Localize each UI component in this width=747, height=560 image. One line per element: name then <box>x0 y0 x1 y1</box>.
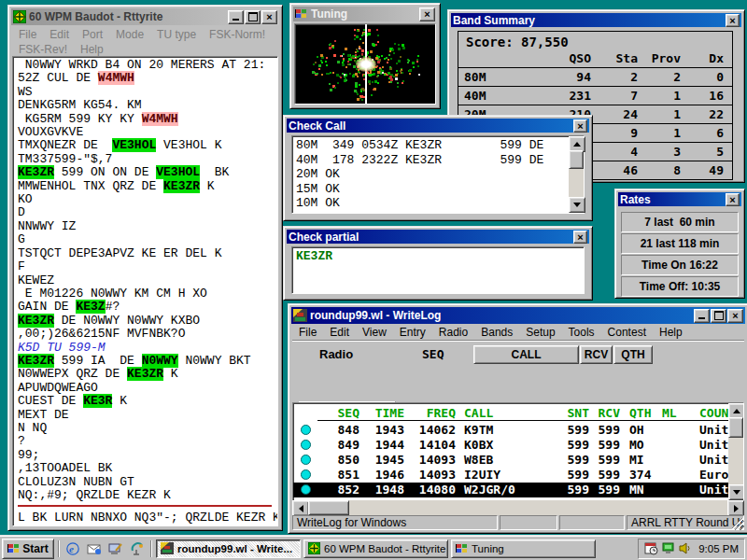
menu-file[interactable]: File <box>12 27 43 42</box>
outlook-icon[interactable] <box>85 539 104 558</box>
ie-icon[interactable]: e <box>63 539 82 558</box>
qth-column-button[interactable]: QTH <box>613 345 653 364</box>
column-header-freq[interactable]: FREQ <box>404 406 456 420</box>
column-header-call[interactable]: CALL <box>456 406 563 420</box>
menu-fsk-norm[interactable]: FSK-Norm! <box>203 27 272 42</box>
terminal-text: BK <box>200 165 229 179</box>
writelog-titlebar[interactable]: roundup99.wl - WriteLog × <box>291 307 745 324</box>
log-grid-scrollbar[interactable] <box>728 403 743 500</box>
cell-rcv: 599 <box>589 438 620 452</box>
scroll-thumb[interactable] <box>569 150 584 169</box>
scroll-down-button[interactable] <box>569 197 585 213</box>
menu-entry[interactable]: Entry <box>393 325 432 340</box>
network-icon[interactable] <box>661 541 675 555</box>
band-summary-titlebar[interactable]: Band Summary × <box>451 13 741 27</box>
minimize-button[interactable] <box>228 10 244 24</box>
noise-pixel <box>409 69 412 72</box>
menu-help[interactable]: Help <box>653 325 689 340</box>
noise-pixel <box>345 79 347 81</box>
system-tray: 9:05 PM <box>638 539 745 559</box>
menu-tools[interactable]: Tools <box>562 325 601 340</box>
task-button-roundup99-wl-write[interactable]: roundup99.wl - Write... <box>156 539 301 558</box>
log-row[interactable]: 852194814080W2JGR/0599599MNUnit <box>293 483 743 497</box>
scroll-down-button[interactable] <box>728 484 744 500</box>
noise-pixel <box>334 87 336 89</box>
scroll-thumb[interactable] <box>308 500 349 515</box>
rttyrite-titlebar[interactable]: 60 WPM Baudot - Rttyrite × <box>11 8 279 25</box>
close-button[interactable]: × <box>726 193 740 206</box>
column-header-snt[interactable]: SNT <box>563 406 589 420</box>
tuning-titlebar[interactable]: Tuning × <box>293 7 437 21</box>
close-button[interactable]: × <box>727 309 743 323</box>
menu-edit[interactable]: Edit <box>43 27 76 42</box>
taskbar-clock[interactable]: 9:05 PM <box>698 543 739 554</box>
column-header-qth[interactable]: QTH <box>620 406 662 420</box>
show-desktop-icon[interactable] <box>106 539 125 558</box>
noise-pixel <box>343 53 345 55</box>
state-count: 46 <box>591 163 638 177</box>
scroll-thumb[interactable] <box>728 417 743 438</box>
menu-setup[interactable]: Setup <box>519 325 561 340</box>
check-call-titlebar[interactable]: Check Call × <box>287 119 589 133</box>
menu-bands[interactable]: Bands <box>474 325 519 340</box>
menu-mode[interactable]: Mode <box>109 27 150 42</box>
task-button-tuning[interactable]: Tuning <box>451 539 596 558</box>
menu-help[interactable]: Help <box>74 42 110 57</box>
column-header-rcv[interactable]: RCV <box>589 406 620 420</box>
log-row[interactable]: 851194614093I2UIY599599374Euro <box>293 468 743 483</box>
resize-grip[interactable] <box>732 518 744 530</box>
scroll-left-button[interactable] <box>292 500 309 516</box>
status-panel-empty-2 <box>559 515 625 530</box>
terminal-output: N0WWY WRKD B4 ON 20 MERERS AT 21:52Z CUL… <box>18 59 277 502</box>
menu-port[interactable]: Port <box>76 27 109 42</box>
maximize-button[interactable] <box>245 10 261 24</box>
noise-pixel <box>377 75 379 77</box>
column-header-seq[interactable]: SEQ <box>317 406 359 420</box>
callsign-highlight: KE3R <box>83 394 112 408</box>
menu-edit[interactable]: Edit <box>323 325 356 340</box>
tuning-signal-glow <box>356 57 376 72</box>
start-button[interactable]: Start <box>2 539 54 559</box>
tuning-display[interactable] <box>294 23 436 105</box>
menu-tu-type[interactable]: TU type <box>150 27 203 42</box>
noise-pixel <box>340 55 342 57</box>
menu-view[interactable]: View <box>356 325 393 340</box>
task-button-60-wpm-baudot-rttyrite[interactable]: 60 WPM Baudot - Rttyrite <box>303 539 448 558</box>
close-button[interactable]: × <box>573 119 587 133</box>
channels-icon[interactable] <box>128 539 147 558</box>
scroll-right-button[interactable] <box>727 500 744 516</box>
log-horizontal-scrollbar[interactable] <box>292 500 744 515</box>
close-button[interactable]: × <box>261 10 277 24</box>
close-button[interactable]: × <box>726 14 740 27</box>
menu-fsk-rev[interactable]: FSK-Rev! <box>12 42 74 57</box>
call-column-button[interactable]: CALL <box>473 345 579 364</box>
log-row[interactable]: 850194514093W8EB599599MIUnit <box>293 452 743 467</box>
menu-file[interactable]: File <box>292 325 323 340</box>
check-partial-titlebar[interactable]: Check partial × <box>287 230 589 244</box>
check-call-scrollbar[interactable] <box>569 136 584 213</box>
cell-seq: 849 <box>317 438 359 452</box>
noise-pixel <box>333 54 336 57</box>
terminal-text: NNWWY IZ <box>18 219 76 233</box>
scheduler-icon[interactable] <box>644 541 658 555</box>
log-row[interactable]: 849194414104K0BX599599MOUnit <box>293 437 743 452</box>
qso-bullet <box>293 469 317 480</box>
column-header-time[interactable]: TIME <box>359 406 404 420</box>
speaker-icon[interactable] <box>678 541 692 555</box>
close-button[interactable]: × <box>573 231 587 244</box>
menu-contest[interactable]: Contest <box>601 325 653 340</box>
province-count: 2 <box>638 70 681 84</box>
terminal-line: E M01226 N0WWY KM CM H XO <box>18 287 277 301</box>
column-header-ml[interactable]: ML <box>662 406 696 420</box>
menu-radio[interactable]: Radio <box>432 325 474 340</box>
rcv-column-button[interactable]: RCV <box>580 345 613 364</box>
log-row[interactable]: 848194314062K9TM599599OHUnit <box>293 422 743 437</box>
rates-titlebar[interactable]: Rates × <box>618 192 741 206</box>
terminal-line: WS <box>18 86 277 99</box>
terminal-line: GAIN DE KE3Z#? <box>18 301 277 314</box>
taskbar-separator <box>150 540 152 557</box>
maximize-button[interactable] <box>711 309 726 323</box>
minimize-button[interactable] <box>694 309 710 323</box>
close-button[interactable]: × <box>419 7 435 21</box>
rate-panel-2: Time On 16:22 <box>621 255 739 275</box>
